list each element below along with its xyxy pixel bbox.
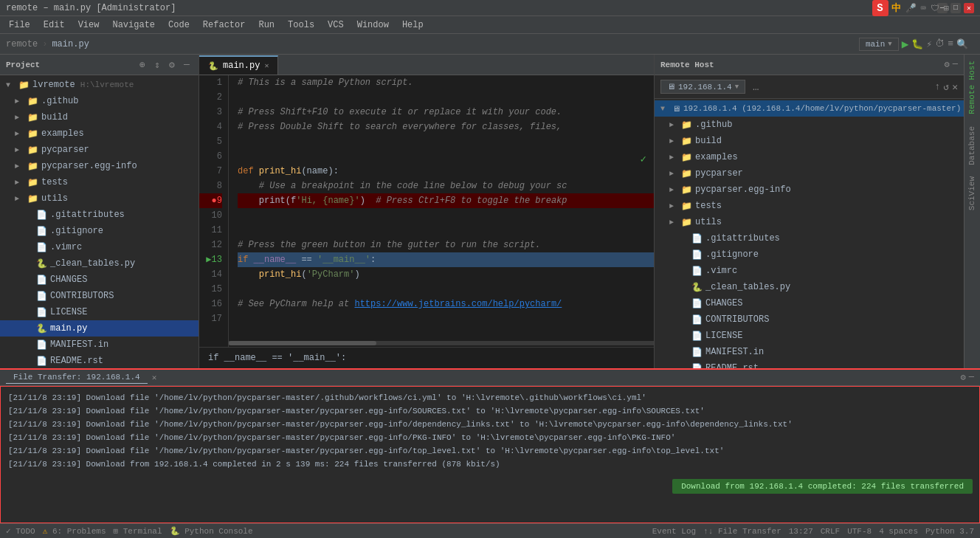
remote-egginfo[interactable]: ► 📁 pycparser.egg-info <box>655 182 964 198</box>
profile-button[interactable]: ⏱ <box>935 38 945 49</box>
tree-item-build[interactable]: ► 📁 build <box>0 109 199 125</box>
menu-vcs[interactable]: VCS <box>322 18 350 32</box>
menu-code[interactable]: Code <box>162 18 196 32</box>
tree-item-gitattributes[interactable]: 📄 .gitattributes <box>0 207 199 223</box>
status-problems[interactable]: ⚠ 6: Problems <box>43 526 106 536</box>
status-todo[interactable]: ✓ TODO <box>6 526 35 536</box>
tree-item-main-py[interactable]: 🐍 main.py <box>0 320 199 337</box>
remote-tests[interactable]: ► 📁 tests <box>655 198 964 214</box>
tree-item-readme[interactable]: 📄 README.rst <box>0 353 199 368</box>
status-line-ending[interactable]: CRLF <box>821 527 840 536</box>
breadcrumb-sep: › <box>42 39 47 49</box>
remote-gitignore[interactable]: 📄 .gitignore <box>655 246 964 263</box>
tree-item-utils[interactable]: ► 📁 utils <box>0 190 199 207</box>
minimize-panel-icon[interactable]: — <box>181 59 193 71</box>
bottom-tab-close[interactable]: ✕ <box>152 373 157 382</box>
remote-examples[interactable]: ► 📁 examples <box>655 149 964 165</box>
bottom-minimize-icon[interactable]: — <box>969 372 974 383</box>
remote-clean-tables[interactable]: 🐍 _clean_tables.py <box>655 279 964 295</box>
debug-button[interactable]: 🐛 <box>911 38 923 50</box>
remote-github[interactable]: ► 📁 .github <box>655 117 964 133</box>
menu-run[interactable]: Run <box>252 18 280 32</box>
menu-tools[interactable]: Tools <box>282 18 320 32</box>
remote-settings-icon[interactable]: ⚙ <box>945 59 950 70</box>
tree-item-contributors[interactable]: 📄 CONTRIBUTORS <box>0 288 199 304</box>
remote-changes[interactable]: 📄 CHANGES <box>655 295 964 311</box>
bottom-tab-file-transfer[interactable]: File Transfer: 192.168.1.4 <box>6 371 148 384</box>
menu-navigate[interactable]: Navigate <box>106 18 161 32</box>
menu-help[interactable]: Help <box>396 18 429 32</box>
remote-more-icon[interactable]: … <box>753 81 759 93</box>
tree-item-examples[interactable]: ► 📁 examples <box>0 125 199 142</box>
status-file-transfer[interactable]: ↑↓ File Transfer <box>703 527 781 536</box>
folder-utils-icon: 📁 <box>27 193 38 204</box>
menu-view[interactable]: View <box>72 18 106 32</box>
remote-build[interactable]: ► 📁 build <box>655 133 964 149</box>
tree-item-github[interactable]: ► 📁 .github <box>0 93 199 109</box>
tree-item-tests[interactable]: ► 📁 tests <box>0 174 199 190</box>
editor-content: 1 2 3 4 5 6 7 8 ●9 10 11 12 ▶13 14 15 16… <box>199 75 654 347</box>
run-coverage-button[interactable]: ⚡ <box>926 38 932 50</box>
remote-host-selector[interactable]: 🖥 192.168.1.4 ▼ <box>660 80 745 94</box>
remote-refresh-icon[interactable]: ↺ <box>943 81 949 93</box>
remote-gitattributes[interactable]: 📄 .gitattributes <box>655 230 964 246</box>
status-terminal[interactable]: ⊞ Terminal <box>114 526 162 536</box>
bottom-settings-icon[interactable]: ⚙ <box>961 372 966 383</box>
run-config-selector[interactable]: main ▼ <box>859 38 899 51</box>
status-language[interactable]: Python 3.7 <box>925 527 974 536</box>
status-encoding[interactable]: UTF-8 <box>847 527 872 536</box>
remote-utils[interactable]: ► 📁 utils <box>655 214 964 230</box>
remote-pycparser[interactable]: ► 📁 pycparser <box>655 165 964 182</box>
add-file-icon[interactable]: ⊕ <box>137 59 148 71</box>
concurrency-button[interactable]: ≡ <box>948 38 953 49</box>
status-python-console[interactable]: 🐍 Python Console <box>170 526 253 536</box>
menu-edit[interactable]: Edit <box>38 18 71 32</box>
vtab-sciview[interactable]: SciView <box>965 170 980 216</box>
horizontal-scrollbar[interactable] <box>229 341 654 345</box>
tree-item-gitignore[interactable]: 📄 .gitignore <box>0 223 199 239</box>
remote-manifest[interactable]: 📄 MANIFEST.in <box>655 344 964 360</box>
tree-root[interactable]: ▼ 📁 lvremote H:\lvremote <box>0 77 199 93</box>
remote-root-server-icon: 🖥 <box>672 104 680 114</box>
tree-item-clean-tables[interactable]: 🐍 _clean_tables.py <box>0 255 199 272</box>
menu-window[interactable]: Window <box>351 18 395 32</box>
tree-item-license[interactable]: 📄 LICENSE <box>0 304 199 320</box>
run-button[interactable]: ▶ <box>902 37 909 52</box>
bottom-log-content: [21/11/8 23:19] Download file '/home/lv/… <box>0 386 980 523</box>
vtab-database[interactable]: Database <box>965 120 980 171</box>
breadcrumb-file[interactable]: main.py <box>52 39 89 49</box>
remote-root-item[interactable]: ▼ 🖥 192.168.1.4 (192.168.1.4/home/lv/pyt… <box>655 100 964 117</box>
settings-gear-icon[interactable]: ⚙ <box>166 59 178 71</box>
menu-file[interactable]: File <box>3 18 36 32</box>
server-icon: 🖥 <box>667 82 675 92</box>
scrollbar-thumb[interactable] <box>229 341 376 345</box>
remote-upload-icon[interactable]: ↑ <box>935 81 941 93</box>
remote-license[interactable]: 📄 LICENSE <box>655 328 964 344</box>
collapse-icon[interactable]: ⇕ <box>151 59 163 71</box>
tree-item-vimrc[interactable]: 📄 .vimrc <box>0 239 199 255</box>
tree-item-changes[interactable]: 📄 CHANGES <box>0 272 199 288</box>
status-event-log[interactable]: Event Log <box>652 527 696 536</box>
line-numbers: 1 2 3 4 5 6 7 8 ●9 10 11 12 ▶13 14 15 16… <box>199 75 229 347</box>
remote-minimize-icon[interactable]: — <box>953 59 958 70</box>
find-button[interactable]: 🔍 <box>956 38 968 50</box>
menu-refactor[interactable]: Refactor <box>197 18 252 32</box>
file-gitignore-icon: 📄 <box>35 225 47 237</box>
remote-readme[interactable]: 📄 README.rst <box>655 360 964 368</box>
remote-close-icon[interactable]: ✕ <box>952 81 958 93</box>
code-editor[interactable]: # This is a sample Python script. # Pres… <box>229 75 654 347</box>
editor-tab-main-py[interactable]: 🐍 main.py ✕ <box>199 55 278 75</box>
tree-item-manifest[interactable]: 📄 MANIFEST.in <box>0 337 199 353</box>
close-button[interactable]: ✕ <box>964 3 974 13</box>
tab-close-button[interactable]: ✕ <box>264 61 269 70</box>
maximize-button[interactable]: □ <box>950 3 961 13</box>
vtab-remote-host[interactable]: Remote Host <box>965 55 980 120</box>
remote-file-manifest-icon: 📄 <box>691 347 703 358</box>
remote-contributors[interactable]: 📄 CONTRIBUTORS <box>655 311 964 328</box>
remote-vimrc[interactable]: 📄 .vimrc <box>655 263 964 279</box>
tree-item-pycparser[interactable]: ► 📁 pycparser <box>0 142 199 158</box>
log-line-2: [21/11/8 23:19] Download file '/home/lv/… <box>8 404 972 418</box>
status-indent[interactable]: 4 spaces <box>879 527 918 536</box>
tree-item-egginfo[interactable]: ► 📁 pycparser.egg-info <box>0 158 199 174</box>
breadcrumb-root[interactable]: remote <box>6 39 38 49</box>
